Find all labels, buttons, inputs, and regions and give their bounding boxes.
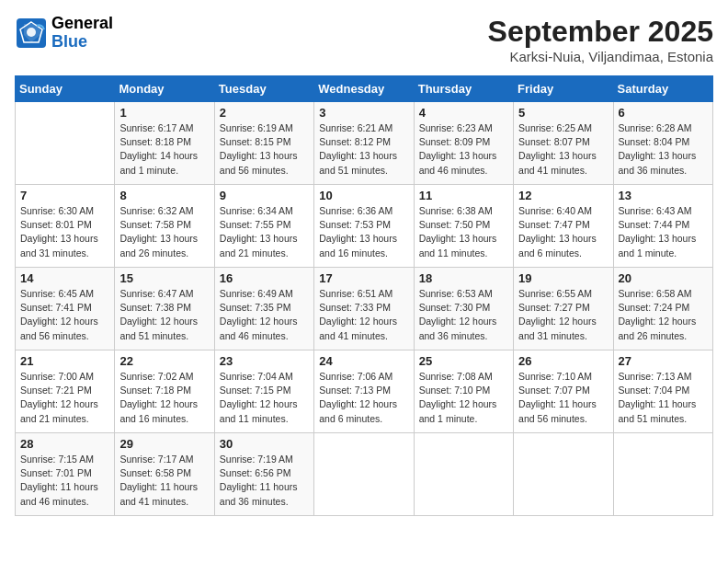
day-number: 14 [20,271,109,285]
week-row-2: 7Sunrise: 6:30 AMSunset: 8:01 PMDaylight… [16,185,713,268]
logo-icon [15,17,48,50]
calendar-cell: 3Sunrise: 6:21 AMSunset: 8:12 PMDaylight… [314,102,414,185]
dow-header-sunday: Sunday [16,76,115,102]
calendar-cell: 1Sunrise: 6:17 AMSunset: 8:18 PMDaylight… [115,102,214,185]
calendar-cell: 2Sunrise: 6:19 AMSunset: 8:15 PMDaylight… [214,102,313,185]
day-number: 7 [20,189,109,202]
calendar-cell: 19Sunrise: 6:55 AMSunset: 7:27 PMDayligh… [514,268,613,350]
calendar-cell: 8Sunrise: 6:32 AMSunset: 7:58 PMDaylight… [115,185,214,268]
day-number: 17 [319,271,408,285]
day-info: Sunrise: 7:08 AMSunset: 7:10 PMDaylight:… [419,370,508,426]
day-info: Sunrise: 6:58 AMSunset: 7:24 PMDaylight:… [619,287,708,343]
day-number: 4 [419,106,508,120]
day-info: Sunrise: 7:10 AMSunset: 7:07 PMDaylight:… [518,370,608,426]
day-number: 21 [20,354,109,368]
day-number: 20 [619,271,708,285]
dow-header-tuesday: Tuesday [214,76,313,102]
day-info: Sunrise: 7:19 AMSunset: 6:56 PMDaylight:… [220,453,309,509]
page-header: General Blue September 2025 Karksi-Nuia,… [15,15,713,64]
calendar-cell: 15Sunrise: 6:47 AMSunset: 7:38 PMDayligh… [115,268,214,350]
day-number: 23 [220,354,309,368]
day-number: 11 [419,189,508,202]
week-row-3: 14Sunrise: 6:45 AMSunset: 7:41 PMDayligh… [16,268,713,350]
calendar-cell: 7Sunrise: 6:30 AMSunset: 8:01 PMDaylight… [16,185,115,268]
day-number: 16 [220,271,309,285]
day-number: 22 [119,354,209,368]
dow-header-thursday: Thursday [414,76,513,102]
week-row-4: 21Sunrise: 7:00 AMSunset: 7:21 PMDayligh… [16,350,713,433]
day-number: 25 [419,354,508,368]
day-info: Sunrise: 6:28 AMSunset: 8:04 PMDaylight:… [619,121,708,178]
calendar-cell: 14Sunrise: 6:45 AMSunset: 7:41 PMDayligh… [16,268,115,350]
calendar-cell: 28Sunrise: 7:15 AMSunset: 7:01 PMDayligh… [16,433,115,516]
day-info: Sunrise: 6:38 AMSunset: 7:50 PMDaylight:… [419,204,508,260]
calendar-cell: 16Sunrise: 6:49 AMSunset: 7:35 PMDayligh… [214,268,313,350]
day-info: Sunrise: 7:00 AMSunset: 7:21 PMDaylight:… [20,370,109,426]
day-info: Sunrise: 6:19 AMSunset: 8:15 PMDaylight:… [220,121,309,178]
day-info: Sunrise: 6:21 AMSunset: 8:12 PMDaylight:… [319,121,408,178]
calendar-cell: 10Sunrise: 6:36 AMSunset: 7:53 PMDayligh… [314,185,414,268]
day-info: Sunrise: 7:13 AMSunset: 7:04 PMDaylight:… [619,370,708,426]
week-row-5: 28Sunrise: 7:15 AMSunset: 7:01 PMDayligh… [16,433,713,516]
title-block: September 2025 Karksi-Nuia, Viljandimaa,… [488,15,713,64]
dow-header-monday: Monday [115,76,214,102]
day-info: Sunrise: 6:34 AMSunset: 7:55 PMDaylight:… [220,204,309,260]
calendar-cell [414,433,513,516]
day-info: Sunrise: 6:55 AMSunset: 7:27 PMDaylight:… [518,287,608,343]
day-info: Sunrise: 6:51 AMSunset: 7:33 PMDaylight:… [319,287,408,343]
day-info: Sunrise: 6:49 AMSunset: 7:35 PMDaylight:… [220,287,309,343]
dow-header-friday: Friday [514,76,613,102]
day-number: 10 [319,189,408,202]
day-info: Sunrise: 6:17 AMSunset: 8:18 PMDaylight:… [119,121,209,178]
calendar-body: 1Sunrise: 6:17 AMSunset: 8:18 PMDaylight… [16,102,713,516]
day-number: 12 [518,189,608,202]
dow-header-wednesday: Wednesday [314,76,414,102]
calendar-cell [514,433,613,516]
day-number: 26 [518,354,608,368]
logo: General Blue [15,15,113,52]
day-number: 3 [319,106,408,120]
svg-point-3 [27,28,36,37]
calendar-cell [613,433,712,516]
calendar-cell: 9Sunrise: 6:34 AMSunset: 7:55 PMDaylight… [214,185,313,268]
day-number: 5 [518,106,608,120]
day-number: 30 [220,437,309,451]
calendar-cell [314,433,414,516]
calendar-cell: 18Sunrise: 6:53 AMSunset: 7:30 PMDayligh… [414,268,513,350]
day-info: Sunrise: 7:04 AMSunset: 7:15 PMDaylight:… [220,370,309,426]
day-number: 18 [419,271,508,285]
day-info: Sunrise: 6:25 AMSunset: 8:07 PMDaylight:… [518,121,608,178]
day-info: Sunrise: 6:36 AMSunset: 7:53 PMDaylight:… [319,204,408,260]
day-number: 24 [319,354,408,368]
day-number: 15 [119,271,209,285]
day-number: 6 [619,106,708,120]
day-info: Sunrise: 6:23 AMSunset: 8:09 PMDaylight:… [419,121,508,178]
day-info: Sunrise: 7:02 AMSunset: 7:18 PMDaylight:… [119,370,209,426]
calendar-cell: 11Sunrise: 6:38 AMSunset: 7:50 PMDayligh… [414,185,513,268]
month-title: September 2025 [488,15,713,49]
calendar-cell: 30Sunrise: 7:19 AMSunset: 6:56 PMDayligh… [214,433,313,516]
calendar-cell [16,102,115,185]
day-number: 27 [619,354,708,368]
day-info: Sunrise: 6:47 AMSunset: 7:38 PMDaylight:… [119,287,209,343]
calendar-cell: 5Sunrise: 6:25 AMSunset: 8:07 PMDaylight… [514,102,613,185]
calendar-table: SundayMondayTuesdayWednesdayThursdayFrid… [15,75,713,516]
day-of-week-row: SundayMondayTuesdayWednesdayThursdayFrid… [16,76,713,102]
day-number: 9 [220,189,309,202]
day-info: Sunrise: 7:15 AMSunset: 7:01 PMDaylight:… [20,453,109,509]
calendar-cell: 13Sunrise: 6:43 AMSunset: 7:44 PMDayligh… [613,185,712,268]
dow-header-saturday: Saturday [613,76,712,102]
logo-text: General Blue [51,15,113,52]
day-number: 1 [119,106,209,120]
calendar-cell: 23Sunrise: 7:04 AMSunset: 7:15 PMDayligh… [214,350,313,433]
week-row-1: 1Sunrise: 6:17 AMSunset: 8:18 PMDaylight… [16,102,713,185]
calendar-cell: 26Sunrise: 7:10 AMSunset: 7:07 PMDayligh… [514,350,613,433]
day-number: 19 [518,271,608,285]
calendar-cell: 21Sunrise: 7:00 AMSunset: 7:21 PMDayligh… [16,350,115,433]
day-number: 13 [619,189,708,202]
day-number: 29 [119,437,209,451]
day-info: Sunrise: 6:40 AMSunset: 7:47 PMDaylight:… [518,204,608,260]
calendar-cell: 17Sunrise: 6:51 AMSunset: 7:33 PMDayligh… [314,268,414,350]
calendar-cell: 6Sunrise: 6:28 AMSunset: 8:04 PMDaylight… [613,102,712,185]
calendar-cell: 12Sunrise: 6:40 AMSunset: 7:47 PMDayligh… [514,185,613,268]
